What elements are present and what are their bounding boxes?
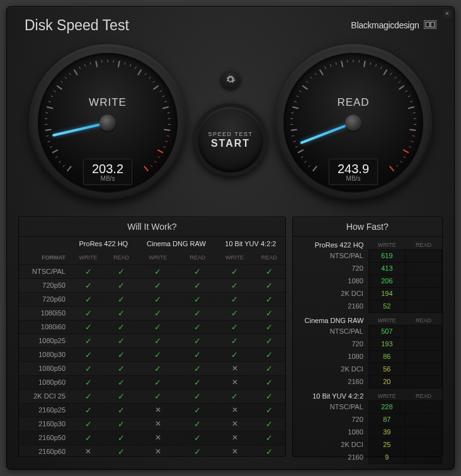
svg-line-108 [390, 166, 394, 171]
check-icon: ✓ [194, 405, 201, 415]
check-icon: ✓ [266, 405, 273, 415]
check-icon: ✓ [154, 392, 161, 401]
svg-line-61 [295, 147, 298, 148]
svg-line-44 [168, 113, 170, 113]
svg-line-78 [330, 64, 331, 67]
check-icon: ✓ [154, 281, 161, 290]
svg-line-55 [144, 166, 148, 171]
gear-icon [225, 74, 236, 84]
table-row: 2160p60✕✓✕✓✕✓ [19, 445, 285, 458]
svg-line-73 [306, 81, 308, 83]
svg-line-14 [45, 113, 48, 113]
check-icon: ✓ [154, 295, 161, 304]
panel-title: Will It Work? [19, 217, 285, 237]
how-fast-panel: How Fast? ProRes 422 HQWRITEREADNTSC/PAL… [292, 217, 443, 457]
start-button[interactable]: SPEED TEST START [194, 103, 267, 176]
svg-line-64 [291, 130, 297, 130]
svg-line-3 [67, 166, 71, 171]
check-icon: ✓ [266, 447, 273, 456]
table-row: 1080206 [293, 275, 442, 287]
svg-line-97 [413, 113, 416, 113]
svg-line-101 [413, 135, 415, 136]
check-icon: ✓ [85, 433, 92, 443]
check-icon: ✓ [266, 295, 273, 304]
svg-line-37 [149, 77, 151, 79]
svg-line-11 [45, 130, 52, 130]
check-icon: ✓ [266, 392, 273, 401]
svg-line-63 [292, 135, 294, 136]
svg-line-84 [364, 61, 365, 67]
svg-line-52 [158, 156, 160, 157]
svg-line-51 [157, 150, 163, 153]
check-icon: ✓ [154, 322, 161, 332]
x-icon: ✕ [232, 378, 238, 387]
svg-line-86 [375, 64, 376, 67]
check-icon: ✓ [85, 419, 92, 429]
check-icon: ✓ [231, 309, 238, 318]
svg-line-10 [46, 135, 48, 136]
will-it-work-panel: Will It Work? ProRes 422 HQ Cinema DNG R… [18, 217, 286, 457]
svg-line-31 [118, 61, 120, 67]
check-icon: ✓ [266, 281, 273, 290]
svg-line-47 [164, 130, 170, 130]
check-icon: ✓ [85, 295, 92, 304]
table-row: 108086 [293, 350, 442, 363]
svg-line-19 [57, 86, 62, 89]
svg-line-23 [74, 69, 77, 74]
check-icon: ✓ [118, 405, 125, 415]
svg-line-36 [145, 73, 146, 75]
svg-line-49 [165, 141, 168, 142]
svg-line-33 [130, 64, 130, 67]
check-icon: ✓ [231, 336, 238, 346]
read-gauge: READ 243.9 MB/s [275, 44, 432, 201]
table-row: 2160p30✓✓✕✓✕✓ [19, 417, 285, 431]
svg-line-106 [400, 161, 402, 163]
gauge-area: WRITE 203.2 MB/s SPEED TEST START READ [7, 39, 454, 217]
settings-button[interactable] [220, 69, 241, 89]
read-gauge-label: READ [275, 96, 432, 109]
svg-line-39 [154, 86, 159, 89]
check-icon: ✓ [118, 378, 125, 387]
check-icon: ✓ [231, 350, 238, 360]
read-value-box: 243.9 MB/s [329, 159, 378, 185]
table-row: 2K DCI56 [293, 363, 442, 375]
table-row: 720193 [293, 337, 442, 350]
check-icon: ✓ [118, 433, 125, 443]
check-icon: ✓ [194, 267, 201, 276]
close-button[interactable]: × [443, 9, 452, 18]
check-icon: ✓ [231, 267, 238, 276]
svg-line-102 [411, 141, 413, 142]
table-row: 1080p60✓✓✓✓✕✓ [19, 375, 285, 389]
check-icon: ✓ [118, 322, 125, 332]
svg-line-25 [84, 64, 85, 67]
table-row: 108039 [293, 426, 442, 438]
svg-line-4 [63, 165, 65, 167]
svg-line-27 [96, 61, 97, 67]
svg-line-88 [384, 69, 387, 74]
svg-line-80 [341, 61, 343, 67]
svg-line-67 [291, 113, 293, 113]
table-row: NTSC/PAL228 [293, 400, 442, 413]
svg-line-79 [336, 62, 336, 65]
check-icon: ✓ [266, 364, 273, 373]
table-row: 1080p25✓✓✓✓✓✓ [19, 334, 285, 348]
check-icon: ✓ [118, 419, 125, 429]
check-icon: ✓ [85, 392, 92, 401]
write-value-box: 203.2 MB/s [83, 159, 132, 185]
svg-line-74 [310, 77, 312, 79]
how-fast-table: ProRes 422 HQWRITEREADNTSC/PAL6197204131… [293, 237, 442, 464]
svg-line-103 [409, 147, 411, 148]
svg-line-5 [59, 161, 61, 163]
table-row: NTSC/PAL✓✓✓✓✓✓ [19, 264, 285, 278]
svg-line-85 [370, 62, 371, 65]
svg-rect-2 [431, 22, 435, 27]
check-icon: ✓ [266, 336, 273, 346]
svg-line-54 [151, 165, 152, 167]
svg-line-9 [48, 141, 50, 142]
svg-line-48 [167, 135, 169, 136]
brand-label: Blackmagicdesign [351, 20, 436, 31]
x-icon: ✕ [232, 405, 238, 414]
check-icon: ✓ [118, 281, 125, 290]
svg-line-90 [395, 77, 397, 79]
check-icon: ✓ [154, 350, 161, 360]
